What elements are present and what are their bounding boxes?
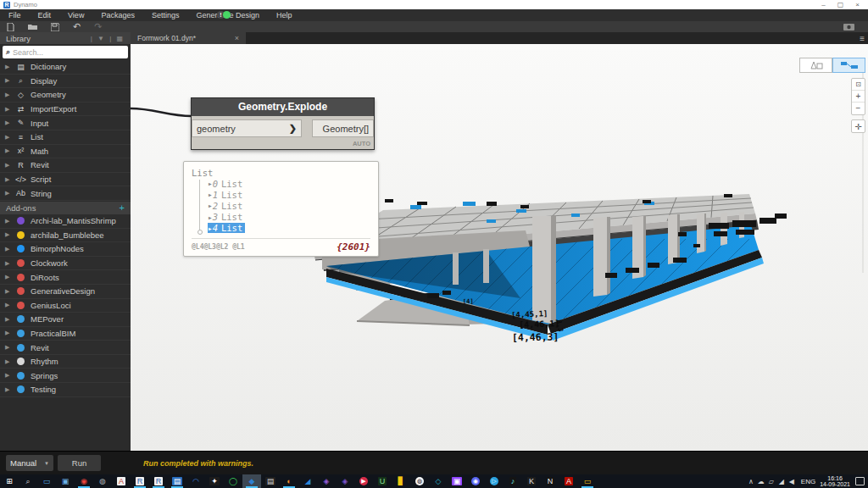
onedrive-icon[interactable]: ☁ — [756, 478, 766, 485]
library-category[interactable]: ▶ x² Math — [0, 145, 131, 159]
photos-icon[interactable]: ▣ — [56, 474, 75, 488]
hand-tool-icon[interactable]: ✦ — [205, 474, 224, 488]
list-item[interactable]: ▶ 4 List — [208, 223, 370, 234]
obs-icon[interactable]: ◍ — [93, 474, 112, 488]
expand-triangle-icon[interactable]: ▶ — [209, 180, 212, 186]
node-preview-bubble[interactable]: List ▶ 0 List — [183, 161, 379, 257]
library-category[interactable]: ▶ ✎ Input — [0, 116, 131, 130]
node-title[interactable]: Geometry.Explode — [192, 98, 374, 116]
tab-formwork[interactable]: Formwork 01.dyn* × — [131, 32, 246, 44]
library-category[interactable]: ▶ ▤ Dictionary — [0, 60, 131, 75]
input-port-geometry[interactable]: geometry ❯ — [192, 119, 302, 137]
graph-view-button[interactable] — [832, 58, 865, 73]
run-mode-dropdown[interactable]: Manual ▼ — [6, 455, 53, 471]
menu-item[interactable]: Edit — [30, 11, 60, 19]
start-button[interactable]: ⊞ — [0, 474, 19, 488]
addon-package[interactable]: ▶ GenerativeDesign — [0, 285, 131, 299]
geometry-view-button[interactable] — [799, 58, 832, 73]
blender-icon[interactable]: ◐ — [280, 474, 298, 488]
lacing-levels[interactable]: @L4@L3@L2 @L1 — [192, 243, 245, 251]
addon-package[interactable]: ▶ Archi-lab_MantisShrimp — [0, 214, 131, 229]
search-input[interactable] — [13, 48, 125, 57]
library-filter-icons[interactable]: | ▼ | ▦ — [91, 35, 125, 42]
language-indicator[interactable]: ENG — [801, 478, 815, 485]
library-category[interactable]: ▶ ≡ List — [0, 130, 131, 145]
addon-package[interactable]: ▶ Revit — [0, 341, 131, 355]
graph-canvas[interactable]: [5, [4] [4,45,1] [4,46,1] [4,46,3] 8,3 G… — [131, 44, 868, 451]
visual-studio-2-icon[interactable]: ◈ — [336, 474, 354, 488]
addon-package[interactable]: ▶ DiRoots — [0, 270, 131, 285]
zoom-fit-button[interactable]: ⊡ — [852, 79, 865, 91]
acrobat-icon[interactable]: A — [559, 474, 578, 488]
pan-button[interactable]: ✛ — [851, 119, 865, 133]
revit-icon[interactable]: R — [131, 474, 149, 488]
run-button[interactable]: Run — [58, 455, 101, 471]
explorer-icon[interactable]: ▭ — [578, 474, 597, 488]
menu-item[interactable]: File — [0, 11, 30, 19]
zoom-in-button[interactable]: + — [852, 91, 865, 103]
lacing-badge[interactable]: AUTO — [192, 137, 374, 149]
menu-item[interactable]: Packages — [92, 11, 143, 19]
library-category[interactable]: ▶ ◇ Geometry — [0, 88, 131, 103]
node-geometry-explode[interactable]: Geometry.Explode geometry ❯ Geometry[] A… — [191, 97, 375, 150]
discord-icon[interactable]: ◉ — [466, 474, 485, 488]
new-file-icon[interactable] — [7, 23, 14, 31]
maximize-button[interactable]: ▢ — [837, 1, 844, 9]
library-category[interactable]: ▶ Ab String — [0, 186, 131, 201]
zoom-out-button[interactable]: − — [852, 103, 865, 114]
list-item[interactable]: ▶ 0 List — [208, 178, 370, 189]
tab-close-icon[interactable]: × — [235, 34, 239, 42]
chrome-icon[interactable]: ◉ — [75, 474, 93, 488]
model-app-icon[interactable]: ◇ — [429, 474, 448, 488]
hidden-icons-chevron[interactable]: ∧ — [746, 478, 756, 485]
status-ok-icon[interactable] — [223, 11, 231, 19]
unity-icon[interactable]: U — [373, 474, 392, 488]
menu-item[interactable]: Settings — [143, 11, 188, 19]
library-category[interactable]: ▶ ⇄ ImportExport — [0, 103, 131, 117]
volume-icon[interactable]: ◀ — [787, 478, 797, 485]
tiktok-icon[interactable]: ♪ — [504, 474, 522, 488]
output-port-geometry[interactable]: Geometry[] — [312, 119, 374, 137]
play-app-icon[interactable]: ▶ — [354, 474, 373, 488]
twitch-icon[interactable]: ▣ — [448, 474, 466, 488]
addon-package[interactable]: ▶ Rhythm — [0, 355, 131, 369]
menu-item[interactable]: Help — [268, 11, 301, 19]
expand-triangle-icon[interactable]: ▶ — [209, 202, 212, 208]
record-icon[interactable]: ◯ — [224, 474, 242, 488]
addon-package[interactable]: ▶ Clockwork — [0, 257, 131, 271]
addon-package[interactable]: ▶ PracticalBIM — [0, 327, 131, 341]
addon-package[interactable]: ▶ Testing — [0, 383, 131, 397]
export-image-icon[interactable] — [843, 23, 854, 30]
revit-2-icon[interactable]: R — [149, 474, 168, 488]
round-app-icon[interactable]: ◍ — [410, 474, 429, 488]
tab-menu-icon[interactable]: ≡ — [860, 34, 868, 43]
bluebeam-icon[interactable]: ▤ — [168, 474, 186, 488]
list-item[interactable]: ▶ 2 List — [208, 200, 370, 211]
menu-item[interactable]: View — [59, 11, 92, 19]
close-button[interactable]: × — [855, 1, 860, 9]
add-package-icon[interactable]: + — [120, 202, 125, 213]
addon-package[interactable]: ▶ MEPover — [0, 313, 131, 327]
expand-triangle-icon[interactable]: ▶ — [209, 225, 212, 231]
save-icon[interactable] — [51, 23, 59, 31]
addon-package[interactable]: ▶ Springs — [0, 369, 131, 383]
vscode-icon[interactable]: ◢ — [298, 474, 317, 488]
tray-folder-icon[interactable]: ▱ — [766, 478, 776, 485]
expand-triangle-icon[interactable]: ▶ — [209, 214, 212, 220]
autocad-icon[interactable]: A — [112, 474, 131, 488]
your-phone-icon[interactable]: ▭ — [37, 474, 56, 488]
minimize-button[interactable]: – — [821, 1, 825, 9]
open-file-icon[interactable] — [28, 23, 37, 30]
action-center-icon[interactable] — [855, 477, 865, 485]
library-category[interactable]: ▶ R Revit — [0, 158, 131, 173]
search-icon[interactable]: ⌕ — [19, 474, 37, 488]
network-icon[interactable]: ◢ — [776, 478, 787, 485]
addon-package[interactable]: ▶ BimorphNodes — [0, 242, 131, 257]
formit-icon[interactable]: ◠ — [186, 474, 205, 488]
keyshot-icon[interactable]: K — [522, 474, 541, 488]
notion-icon[interactable]: N — [541, 474, 559, 488]
library-category[interactable]: ▶ </> Script — [0, 173, 131, 187]
undo-icon[interactable]: ↶ — [73, 22, 81, 31]
addon-package[interactable]: ▶ archilab_Bumblebee — [0, 229, 131, 243]
visual-studio-icon[interactable]: ◈ — [317, 474, 336, 488]
